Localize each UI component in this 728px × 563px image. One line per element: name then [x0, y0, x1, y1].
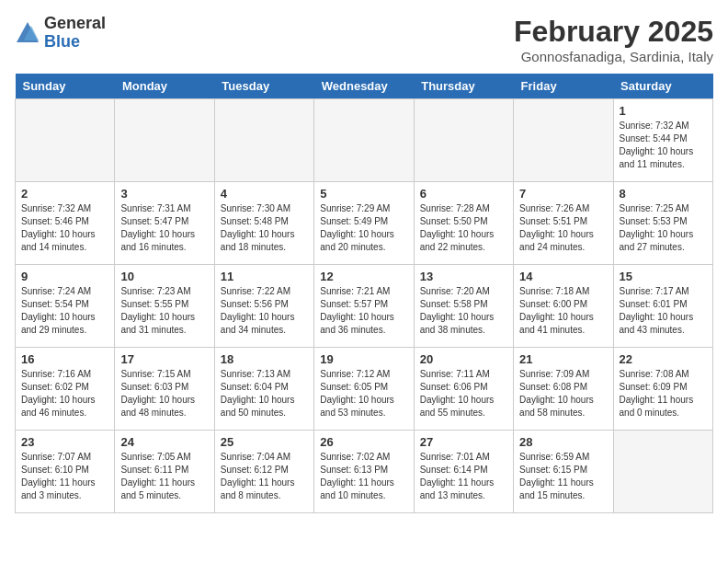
- day-cell: 17Sunrise: 7:15 AM Sunset: 6:03 PM Dayli…: [115, 348, 214, 431]
- week-row-2: 2Sunrise: 7:32 AM Sunset: 5:46 PM Daylig…: [16, 182, 713, 265]
- day-cell: 23Sunrise: 7:07 AM Sunset: 6:10 PM Dayli…: [16, 431, 115, 513]
- weekday-wednesday: Wednesday: [314, 74, 414, 99]
- calendar-subtitle: Gonnosfanadiga, Sardinia, Italy: [514, 49, 713, 64]
- logo: General Blue: [15, 15, 106, 52]
- calendar-table: SundayMondayTuesdayWednesdayThursdayFrid…: [15, 74, 713, 513]
- day-number: 3: [120, 187, 208, 201]
- day-info: Sunrise: 7:05 AM Sunset: 6:11 PM Dayligh…: [120, 451, 208, 502]
- weekday-header-row: SundayMondayTuesdayWednesdayThursdayFrid…: [16, 74, 713, 99]
- day-info: Sunrise: 7:30 AM Sunset: 5:48 PM Dayligh…: [221, 202, 308, 254]
- title-area: February 2025 Gonnosfanadiga, Sardinia, …: [514, 15, 713, 64]
- day-cell: [214, 99, 313, 182]
- day-cell: 20Sunrise: 7:11 AM Sunset: 6:06 PM Dayli…: [414, 348, 513, 431]
- day-info: Sunrise: 7:13 AM Sunset: 6:04 PM Dayligh…: [221, 368, 308, 419]
- day-number: 7: [519, 187, 607, 201]
- day-cell: [514, 99, 613, 182]
- day-cell: 6Sunrise: 7:28 AM Sunset: 5:50 PM Daylig…: [414, 182, 513, 265]
- logo-icon: [15, 20, 40, 46]
- logo-blue: Blue: [44, 33, 106, 52]
- day-cell: 5Sunrise: 7:29 AM Sunset: 5:49 PM Daylig…: [314, 182, 414, 265]
- day-info: Sunrise: 7:24 AM Sunset: 5:54 PM Dayligh…: [21, 285, 108, 337]
- day-number: 14: [519, 270, 607, 283]
- day-cell: [414, 99, 513, 182]
- weekday-friday: Friday: [514, 74, 613, 99]
- day-info: Sunrise: 7:11 AM Sunset: 6:06 PM Dayligh…: [420, 368, 507, 419]
- day-cell: 9Sunrise: 7:24 AM Sunset: 5:54 PM Daylig…: [16, 265, 115, 348]
- day-info: Sunrise: 7:31 AM Sunset: 5:47 PM Dayligh…: [120, 202, 208, 254]
- day-cell: 21Sunrise: 7:09 AM Sunset: 6:08 PM Dayli…: [514, 348, 613, 431]
- weekday-thursday: Thursday: [414, 74, 513, 99]
- day-number: 23: [21, 435, 108, 449]
- day-number: 10: [120, 270, 208, 283]
- day-info: Sunrise: 7:01 AM Sunset: 6:14 PM Dayligh…: [420, 451, 507, 502]
- day-info: Sunrise: 6:59 AM Sunset: 6:15 PM Dayligh…: [519, 451, 607, 502]
- day-info: Sunrise: 7:21 AM Sunset: 5:57 PM Dayligh…: [320, 285, 407, 337]
- day-cell: 2Sunrise: 7:32 AM Sunset: 5:46 PM Daylig…: [16, 182, 115, 265]
- day-number: 12: [320, 270, 407, 283]
- day-cell: 11Sunrise: 7:22 AM Sunset: 5:56 PM Dayli…: [214, 265, 313, 348]
- weekday-saturday: Saturday: [613, 74, 712, 99]
- day-number: 15: [620, 270, 707, 283]
- day-number: 24: [120, 435, 208, 449]
- day-info: Sunrise: 7:09 AM Sunset: 6:08 PM Dayligh…: [519, 368, 607, 419]
- day-number: 5: [320, 187, 407, 201]
- day-cell: 19Sunrise: 7:12 AM Sunset: 6:05 PM Dayli…: [314, 348, 414, 431]
- logo-general: General: [44, 15, 106, 33]
- day-number: 28: [519, 435, 607, 449]
- week-row-5: 23Sunrise: 7:07 AM Sunset: 6:10 PM Dayli…: [16, 431, 713, 513]
- day-info: Sunrise: 7:08 AM Sunset: 6:09 PM Dayligh…: [620, 368, 707, 419]
- day-cell: 27Sunrise: 7:01 AM Sunset: 6:14 PM Dayli…: [414, 431, 513, 513]
- calendar-header: SundayMondayTuesdayWednesdayThursdayFrid…: [16, 74, 713, 99]
- day-info: Sunrise: 7:16 AM Sunset: 6:02 PM Dayligh…: [21, 368, 108, 419]
- day-number: 11: [221, 270, 308, 283]
- day-info: Sunrise: 7:23 AM Sunset: 5:55 PM Dayligh…: [120, 285, 208, 337]
- day-cell: 10Sunrise: 7:23 AM Sunset: 5:55 PM Dayli…: [115, 265, 214, 348]
- day-number: 8: [620, 187, 707, 201]
- page-header: General Blue February 2025 Gonnosfanadig…: [15, 15, 713, 64]
- weekday-tuesday: Tuesday: [214, 74, 313, 99]
- day-number: 18: [221, 352, 308, 366]
- day-cell: 18Sunrise: 7:13 AM Sunset: 6:04 PM Dayli…: [214, 348, 313, 431]
- day-cell: 16Sunrise: 7:16 AM Sunset: 6:02 PM Dayli…: [16, 348, 115, 431]
- calendar-body: 1Sunrise: 7:32 AM Sunset: 5:44 PM Daylig…: [16, 99, 713, 513]
- day-info: Sunrise: 7:26 AM Sunset: 5:51 PM Dayligh…: [519, 202, 607, 254]
- day-cell: 4Sunrise: 7:30 AM Sunset: 5:48 PM Daylig…: [214, 182, 313, 265]
- day-cell: 1Sunrise: 7:32 AM Sunset: 5:44 PM Daylig…: [613, 99, 712, 182]
- day-number: 16: [21, 352, 108, 366]
- day-number: 26: [320, 435, 407, 449]
- day-info: Sunrise: 7:12 AM Sunset: 6:05 PM Dayligh…: [320, 368, 407, 419]
- day-info: Sunrise: 7:18 AM Sunset: 6:00 PM Dayligh…: [519, 285, 607, 337]
- day-info: Sunrise: 7:20 AM Sunset: 5:58 PM Dayligh…: [420, 285, 507, 337]
- day-info: Sunrise: 7:25 AM Sunset: 5:53 PM Dayligh…: [620, 202, 707, 254]
- day-number: 13: [420, 270, 507, 283]
- day-cell: [115, 99, 214, 182]
- day-info: Sunrise: 7:07 AM Sunset: 6:10 PM Dayligh…: [21, 451, 108, 502]
- day-cell: 8Sunrise: 7:25 AM Sunset: 5:53 PM Daylig…: [613, 182, 712, 265]
- day-info: Sunrise: 7:02 AM Sunset: 6:13 PM Dayligh…: [320, 451, 407, 502]
- week-row-1: 1Sunrise: 7:32 AM Sunset: 5:44 PM Daylig…: [16, 99, 713, 182]
- day-cell: 7Sunrise: 7:26 AM Sunset: 5:51 PM Daylig…: [514, 182, 613, 265]
- day-info: Sunrise: 7:32 AM Sunset: 5:44 PM Dayligh…: [620, 120, 707, 171]
- day-info: Sunrise: 7:17 AM Sunset: 6:01 PM Dayligh…: [620, 285, 707, 337]
- logo-text: General Blue: [44, 15, 106, 52]
- day-cell: 22Sunrise: 7:08 AM Sunset: 6:09 PM Dayli…: [613, 348, 712, 431]
- day-cell: [16, 99, 115, 182]
- day-number: 4: [221, 187, 308, 201]
- day-number: 21: [519, 352, 607, 366]
- day-number: 6: [420, 187, 507, 201]
- day-info: Sunrise: 7:04 AM Sunset: 6:12 PM Dayligh…: [221, 451, 308, 502]
- day-number: 9: [21, 270, 108, 283]
- day-cell: 14Sunrise: 7:18 AM Sunset: 6:00 PM Dayli…: [514, 265, 613, 348]
- day-info: Sunrise: 7:15 AM Sunset: 6:03 PM Dayligh…: [120, 368, 208, 419]
- day-cell: 15Sunrise: 7:17 AM Sunset: 6:01 PM Dayli…: [613, 265, 712, 348]
- week-row-3: 9Sunrise: 7:24 AM Sunset: 5:54 PM Daylig…: [16, 265, 713, 348]
- day-number: 27: [420, 435, 507, 449]
- day-number: 17: [120, 352, 208, 366]
- day-info: Sunrise: 7:22 AM Sunset: 5:56 PM Dayligh…: [221, 285, 308, 337]
- day-number: 22: [620, 352, 707, 366]
- day-cell: 3Sunrise: 7:31 AM Sunset: 5:47 PM Daylig…: [115, 182, 214, 265]
- day-cell: 25Sunrise: 7:04 AM Sunset: 6:12 PM Dayli…: [214, 431, 313, 513]
- week-row-4: 16Sunrise: 7:16 AM Sunset: 6:02 PM Dayli…: [16, 348, 713, 431]
- day-number: 2: [21, 187, 108, 201]
- day-number: 1: [620, 104, 707, 118]
